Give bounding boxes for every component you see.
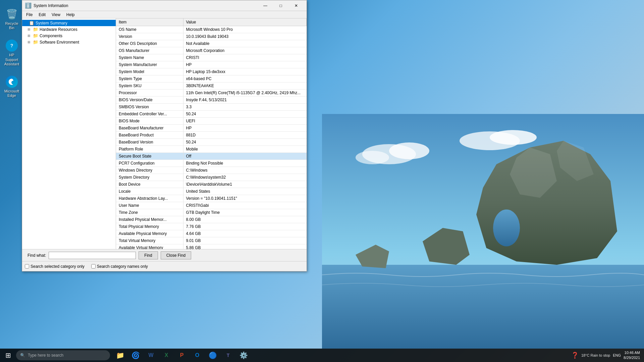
table-row[interactable]: Boot Device\Device\HarddiskVolume1 xyxy=(116,181,307,188)
table-cell-item: Installed Physical Memor... xyxy=(116,216,183,223)
table-row[interactable]: BIOS Version/DateInsyde F.44, 5/13/2021 xyxy=(116,97,307,104)
taskbar-app-settings[interactable]: ⚙️ xyxy=(236,349,251,362)
table-row[interactable]: User NameCRISTI\Gabi xyxy=(116,202,307,209)
search-category-names[interactable]: Search category names only xyxy=(91,264,148,269)
desktop-icon-ms-edge[interactable]: Microsoft Edge xyxy=(1,74,22,99)
table-row[interactable]: BaseBoard Product881D xyxy=(116,132,307,139)
table-cell-value: 7.76 GB xyxy=(183,223,307,230)
minimize-button[interactable]: — xyxy=(258,0,273,11)
find-what-label: Find what: xyxy=(28,253,46,258)
taskbar-app-teams[interactable]: T xyxy=(221,349,235,362)
table-row[interactable]: LocaleUnited States xyxy=(116,188,307,195)
table-row[interactable]: Available Physical Memory4.64 GB xyxy=(116,230,307,237)
desktop-icon-recycle-bin[interactable]: 🗑️ Recycle Bin xyxy=(1,7,22,32)
window-titlebar: ℹ️ System Information — □ ✕ xyxy=(22,0,307,11)
tree-item-system-summary[interactable]: 📋 System Summary xyxy=(22,20,116,26)
table-row[interactable]: System DirectoryC:\Windows\system32 xyxy=(116,174,307,181)
taskbar-search[interactable]: 🔍 Type here to search xyxy=(16,350,110,360)
table-cell-item: Available Virtual Memory xyxy=(116,244,183,249)
table-row[interactable]: Installed Physical Memor...8.00 GB xyxy=(116,216,307,223)
desktop-icon-hp-support[interactable]: ? HP Support Assistant xyxy=(1,38,22,68)
search-icon: 🔍 xyxy=(20,353,25,358)
table-cell-value: 3B0N7EA#AKE xyxy=(183,82,307,89)
taskbar-app-file-explorer[interactable]: 📁 xyxy=(113,349,127,362)
tree-item-components[interactable]: ⊞ 📁 Components xyxy=(22,33,116,39)
table-row[interactable]: BaseBoard ManufacturerHP xyxy=(116,125,307,132)
table-row[interactable]: SMBIOS Version3.3 xyxy=(116,104,307,111)
table-cell-value: Insyde F.44, 5/13/2021 xyxy=(183,97,307,104)
table-cell-value: Binding Not Possible xyxy=(183,160,307,167)
table-cell-value: Off xyxy=(183,153,307,160)
table-cell-item: OS Manufacturer xyxy=(116,47,183,54)
find-input[interactable] xyxy=(49,252,136,259)
table-row[interactable]: Platform RoleMobile xyxy=(116,146,307,153)
table-cell-item: BaseBoard Version xyxy=(116,139,183,146)
table-row[interactable]: System ManufacturerHP xyxy=(116,61,307,68)
table-cell-value: C:\Windows xyxy=(183,167,307,174)
find-button[interactable]: Find xyxy=(139,251,158,259)
table-row[interactable]: BaseBoard Version50.24 xyxy=(116,139,307,146)
search-selected-checkbox[interactable] xyxy=(25,264,29,268)
search-selected-category[interactable]: Search selected category only xyxy=(25,264,85,269)
table-row[interactable]: Windows DirectoryC:\Windows xyxy=(116,167,307,174)
window-title: System Information xyxy=(34,3,258,8)
taskbar-app-edge2[interactable]: 🔵 xyxy=(205,349,220,362)
table-row[interactable]: Time ZoneGTB Daylight Time xyxy=(116,209,307,216)
close-button[interactable]: ✕ xyxy=(288,0,304,11)
table-row[interactable]: System ModelHP Laptop 15-dw3xxx xyxy=(116,68,307,75)
table-row[interactable]: Hardware Abstraction Lay...Version = "10… xyxy=(116,195,307,202)
expand-icon-components: ⊞ xyxy=(28,34,33,38)
table-row[interactable]: Total Physical Memory7.76 GB xyxy=(116,223,307,230)
table-row[interactable]: Processor11th Gen Intel(R) Core(TM) i5-1… xyxy=(116,89,307,97)
ms-edge-icon xyxy=(6,76,18,88)
table-cell-item: PCR7 Configuration xyxy=(116,160,183,167)
table-cell-item: Time Zone xyxy=(116,209,183,216)
taskbar-app-edge[interactable]: 🌀 xyxy=(128,349,143,362)
search-names-checkbox[interactable] xyxy=(91,264,96,268)
table-cell-value: UEFI xyxy=(183,118,307,125)
table-cell-item: Version xyxy=(116,33,183,40)
table-row[interactable]: System Typex64-based PC xyxy=(116,75,307,82)
hp-support-icon: ? xyxy=(6,40,18,52)
taskbar-app-word[interactable]: W xyxy=(144,349,158,362)
table-row[interactable]: System NameCRISTI xyxy=(116,54,307,61)
table-row[interactable]: Version10.0.19043 Build 19043 xyxy=(116,33,307,40)
taskbar-app-powerpoint[interactable]: P xyxy=(174,349,189,362)
table-row[interactable]: Secure Boot StateOff xyxy=(116,153,307,160)
table-cell-item: Available Physical Memory xyxy=(116,230,183,237)
table-row[interactable]: Available Virtual Memory5.86 GB xyxy=(116,244,307,249)
menu-file[interactable]: File xyxy=(23,12,35,18)
table-cell-item: System Model xyxy=(116,68,183,75)
table-row[interactable]: BIOS ModeUEFI xyxy=(116,118,307,125)
find-bar: Find what: Find Close Find xyxy=(22,249,307,261)
tree-item-software-env[interactable]: ⊞ 📁 Software Environment xyxy=(22,39,116,45)
taskbar-app-excel[interactable]: X xyxy=(159,349,174,362)
table-row[interactable]: Total Virtual Memory9.01 GB xyxy=(116,237,307,244)
system-info-window: ℹ️ System Information — □ ✕ File Edit Vi… xyxy=(22,0,307,272)
table-cell-value: CRISTI xyxy=(183,54,307,61)
table-row[interactable]: OS ManufacturerMicrosoft Corporation xyxy=(116,47,307,54)
table-cell-item: Hardware Abstraction Lay... xyxy=(116,195,183,202)
table-row[interactable]: System SKU3B0N7EA#AKE xyxy=(116,82,307,89)
menu-help[interactable]: Help xyxy=(64,12,77,18)
table-row[interactable]: Other OS DescriptionNot Available xyxy=(116,40,307,47)
table-cell-value: HP Laptop 15-dw3xxx xyxy=(183,68,307,75)
taskbar-help-icon[interactable]: ❓ xyxy=(571,352,579,359)
close-find-button[interactable]: Close Find xyxy=(161,251,191,259)
table-row[interactable]: Embedded Controller Ver...50.24 xyxy=(116,111,307,118)
table-cell-value: CRISTI\Gabi xyxy=(183,202,307,209)
table-row[interactable]: PCR7 ConfigurationBinding Not Possible xyxy=(116,160,307,167)
maximize-button[interactable]: □ xyxy=(273,0,288,11)
expand-icon-hardware: ⊞ xyxy=(28,27,33,31)
table-cell-value: Microsoft Corporation xyxy=(183,47,307,54)
table-cell-value: C:\Windows\system32 xyxy=(183,174,307,181)
content-area: 📋 System Summary ⊞ 📁 Hardware Resources … xyxy=(22,18,307,249)
table-row[interactable]: OS NameMicrosoft Windows 10 Pro xyxy=(116,26,307,33)
taskbar: ⊞ 🔍 Type here to search 📁 🌀 W X P O 🔵 T … xyxy=(0,349,644,362)
menu-view[interactable]: View xyxy=(49,12,63,18)
taskbar-app-outlook[interactable]: O xyxy=(190,349,205,362)
start-button[interactable]: ⊞ xyxy=(0,349,16,362)
menu-edit[interactable]: Edit xyxy=(36,12,48,18)
tree-item-hardware-resources[interactable]: ⊞ 📁 Hardware Resources xyxy=(22,26,116,33)
window-content: 📋 System Summary ⊞ 📁 Hardware Resources … xyxy=(22,18,307,271)
